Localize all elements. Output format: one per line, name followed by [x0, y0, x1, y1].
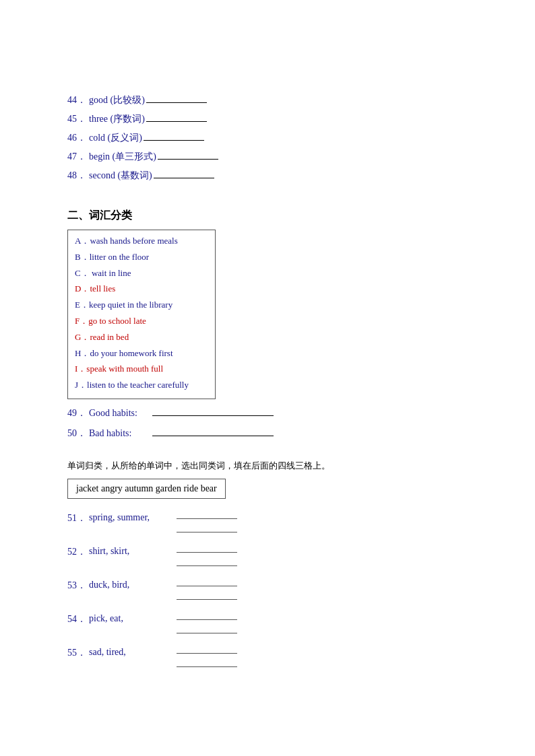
classify-lines-52 — [177, 543, 237, 566]
classify-number-53: 53． — [67, 577, 89, 592]
write-line-52-2[interactable] — [177, 557, 237, 566]
classify-stem-54: pick, eat, — [89, 611, 177, 624]
item-label-47: begin (单三形式) — [89, 151, 156, 163]
write-line-51-1[interactable] — [177, 510, 237, 519]
vocab-item-G: G．read in bed — [75, 331, 208, 345]
vocab-letter-F: F． — [75, 316, 88, 326]
habit-row-49: 49． Good habits: — [67, 407, 468, 419]
vocab-letter-G: G． — [75, 332, 90, 342]
answer-line-46[interactable] — [144, 140, 204, 141]
classify-lines-54 — [177, 611, 237, 633]
classify-number-51: 51． — [67, 510, 89, 524]
answer-line-44[interactable] — [146, 102, 207, 103]
section-two-title: 二、词汇分类 — [67, 209, 468, 223]
classify-row-53: 53． duck, bird, — [67, 577, 468, 600]
classify-row-51: 51． spring, summer, — [67, 510, 468, 532]
write-line-53-1[interactable] — [177, 577, 237, 586]
vocab-item-F: F．go to school late — [75, 314, 208, 329]
item-label-45: three (序数词) — [89, 113, 145, 125]
item-number-47: 47． — [67, 151, 89, 163]
item-number-48: 48． — [67, 170, 89, 182]
word-form-item-48: 48． second (基数词) — [67, 170, 468, 182]
answer-line-48[interactable] — [154, 178, 214, 178]
vocab-text-E: keep quiet in the library — [89, 300, 172, 310]
item-number-45: 45． — [67, 113, 89, 125]
write-line-55-1[interactable] — [177, 644, 237, 654]
vocab-letter-D: D． — [75, 283, 90, 294]
vocab-item-J: J．listen to the teacher carefully — [75, 378, 208, 392]
word-form-item-46: 46． cold (反义词) — [67, 132, 468, 144]
vocab-letter-J: J． — [75, 380, 87, 390]
vocab-item-D: D．tell lies — [75, 282, 208, 296]
classify-stem-52: shirt, skirt, — [89, 543, 177, 557]
classify-row-54: 54． pick, eat, — [67, 611, 468, 633]
vocab-text-G: read in bed — [90, 332, 129, 342]
vocab-item-E: E．keep quiet in the library — [75, 298, 208, 312]
vocab-item-I: I．speak with mouth full — [75, 362, 208, 376]
classify-row-52: 52． shirt, skirt, — [67, 543, 468, 566]
vocab-section: 二、词汇分类 A．wash hands before meals B．litte… — [67, 209, 468, 440]
write-line-52-1[interactable] — [177, 543, 237, 553]
vocab-item-B: B．litter on the floor — [75, 250, 208, 265]
write-line-54-1[interactable] — [177, 611, 237, 620]
answer-line-45[interactable] — [146, 121, 207, 122]
write-line-54-2[interactable] — [177, 624, 237, 633]
vocab-item-A: A．wash hands before meals — [75, 234, 208, 248]
vocab-letter-C: C． — [75, 268, 90, 278]
word-form-item-45: 45． three (序数词) — [67, 113, 468, 125]
vocab-text-F: go to school late — [88, 316, 146, 326]
word-bank-content: jacket angry autumn garden ride bear — [76, 483, 217, 493]
vocab-text-C: wait in line — [90, 268, 131, 278]
vocab-letter-A: A． — [75, 236, 90, 246]
classify-row-55: 55． sad, tired, — [67, 644, 468, 667]
vocab-text-J: listen to the teacher carefully — [87, 380, 189, 390]
vocab-item-H: H．do your homework first — [75, 347, 208, 361]
vocab-text-H: do your homework first — [90, 348, 172, 358]
word-form-item-44: 44． good (比较级) — [67, 94, 468, 106]
vocab-box: A．wash hands before meals B．litter on th… — [67, 230, 216, 399]
vocab-letter-H: H． — [75, 348, 90, 358]
classify-lines-55 — [177, 644, 237, 667]
classify-stem-53: duck, bird, — [89, 577, 177, 590]
write-line-55-2[interactable] — [177, 658, 237, 667]
item-number-46: 46． — [67, 132, 89, 144]
vocab-letter-I: I． — [75, 364, 86, 374]
habit-row-50: 50． Bad habits: — [67, 427, 468, 440]
item-label-46: cold (反义词) — [89, 132, 142, 144]
vocab-item-C: C． wait in line — [75, 267, 208, 281]
vocab-text-B: litter on the floor — [90, 252, 149, 262]
habit-answer-49[interactable] — [152, 415, 274, 416]
habit-label-50: Bad habits: — [89, 428, 150, 439]
classify-number-52: 52． — [67, 543, 89, 558]
classify-number-55: 55． — [67, 644, 89, 659]
classify-stem-51: spring, summer, — [89, 510, 177, 523]
classify-section: 单词归类，从所给的单词中，选出同类词，填在后面的四线三格上。 jacket an… — [67, 460, 468, 667]
vocab-text-I: speak with mouth full — [86, 364, 163, 374]
word-form-item-47: 47． begin (单三形式) — [67, 151, 468, 163]
classify-instruction: 单词归类，从所给的单词中，选出同类词，填在后面的四线三格上。 — [67, 460, 468, 472]
word-forms-section: 44． good (比较级) 45． three (序数词) 46． cold … — [67, 94, 468, 182]
write-line-51-2[interactable] — [177, 523, 237, 532]
classify-lines-53 — [177, 577, 237, 600]
word-bank-box: jacket angry autumn garden ride bear — [67, 479, 226, 499]
item-label-44: good (比较级) — [89, 94, 145, 106]
classify-stem-55: sad, tired, — [89, 644, 177, 658]
item-label-48: second (基数词) — [89, 170, 152, 182]
vocab-text-A: wash hands before meals — [90, 236, 177, 246]
habit-number-50: 50． — [67, 427, 89, 440]
classify-number-54: 54． — [67, 611, 89, 625]
vocab-letter-E: E． — [75, 300, 89, 310]
vocab-text-D: tell lies — [90, 283, 115, 294]
habit-number-49: 49． — [67, 407, 89, 419]
habit-answer-50[interactable] — [152, 436, 274, 436]
answer-line-47[interactable] — [158, 159, 218, 160]
write-line-53-2[interactable] — [177, 590, 237, 600]
vocab-letter-B: B． — [75, 252, 90, 262]
habit-label-49: Good habits: — [89, 408, 150, 419]
classify-lines-51 — [177, 510, 237, 532]
item-number-44: 44． — [67, 94, 89, 106]
